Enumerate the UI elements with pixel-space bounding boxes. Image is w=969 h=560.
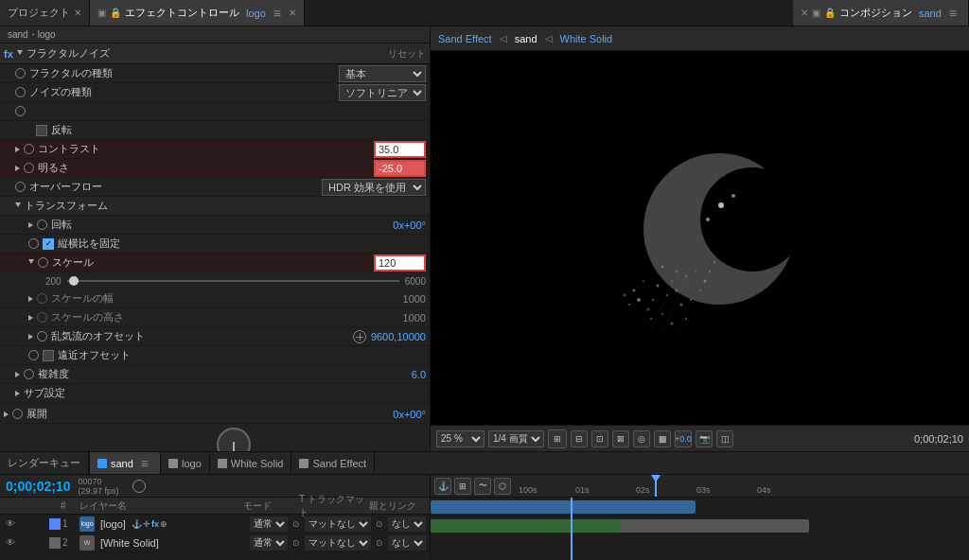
offset-value[interactable]: 9600,10000 (371, 331, 426, 342)
layer2-eye-icon[interactable]: 👁 (4, 536, 17, 550)
contrast-value-input[interactable]: 35.0 (374, 141, 426, 158)
grid-icon[interactable]: ⊞ (548, 429, 567, 448)
lock-aspect-checkbox-wrap[interactable]: ✓ 縦横比を固定 (43, 236, 120, 251)
clock-icon-contrast[interactable] (24, 144, 34, 154)
brightness-triangle[interactable] (15, 166, 20, 171)
invert-checkbox[interactable] (36, 125, 47, 136)
quality-select[interactable]: 1/4 画質 1/2 画質 フル (488, 430, 544, 447)
clock-icon-noise[interactable] (15, 87, 26, 97)
tl-icon-anchor[interactable]: ⚓ (434, 478, 451, 495)
tl-icon-motion[interactable]: 〜 (474, 478, 491, 495)
clock-icon-empty[interactable] (15, 106, 26, 116)
lock-aspect-checkbox[interactable]: ✓ (43, 238, 54, 250)
region-interest-icon[interactable]: ◎ (633, 430, 650, 447)
safe-zones-icon[interactable]: ⊟ (571, 430, 588, 447)
layer1-parent-select[interactable]: なし (388, 516, 426, 532)
fractal-expand-icon[interactable] (17, 50, 23, 58)
brightness-value-input[interactable]: -25.0 (374, 160, 426, 177)
offset-triangle[interactable] (28, 334, 33, 340)
invert-checkbox-wrap[interactable]: 反転 (36, 123, 72, 137)
scale-slider-track[interactable] (67, 280, 399, 282)
clock-icon-scale-h[interactable] (37, 312, 47, 323)
tab-project[interactable]: プロジェクト ✕ (0, 0, 90, 26)
clock-icon-scale-w[interactable] (37, 293, 47, 304)
tab-comp-close-left[interactable]: ✕ (801, 8, 808, 18)
transform-expand-icon[interactable] (15, 202, 21, 210)
resolution-icon[interactable]: ⊠ (612, 430, 629, 447)
clock-icon-overflow[interactable] (15, 182, 26, 192)
complexity-value[interactable]: 6.0 (412, 369, 426, 380)
tab-effect-close[interactable]: ✕ (289, 8, 296, 18)
snapshot-icon[interactable]: 📷 (696, 430, 713, 447)
rotation-triangle[interactable] (28, 222, 33, 228)
clock-icon-scale[interactable] (38, 257, 48, 268)
layer2-parent-select[interactable]: なし (388, 535, 426, 551)
scale-slider-thumb[interactable] (69, 276, 79, 286)
layer1-mode-select[interactable]: 通常 (250, 516, 288, 532)
fractal-type-select[interactable]: 基本 ダイナミック (339, 65, 426, 82)
rotation-value[interactable]: 0x+00° (393, 219, 426, 231)
zoom-select[interactable]: 25 % 50 % 100 % (436, 430, 484, 447)
scale-value-input[interactable]: 120 (374, 254, 426, 271)
scale-expand-icon[interactable] (28, 259, 34, 267)
channels-icon[interactable]: ⊡ (591, 430, 608, 447)
tl-tab-white-solid[interactable]: White Solid (210, 452, 292, 474)
tl-tab-sand-menu[interactable]: ≡ (137, 456, 152, 471)
tl-tab-render-queue[interactable]: レンダーキュー (0, 452, 89, 474)
tab-project-close[interactable]: ✕ (74, 8, 81, 18)
layer2-bar-green[interactable] (431, 519, 620, 533)
scale-width-label: スケールの幅 (51, 291, 114, 306)
tab-effect-menu[interactable]: ≡ (270, 6, 285, 21)
layer2-matte-select[interactable]: マットなし (305, 535, 371, 551)
tab-effect-controls[interactable]: ▣ 🔒 エフェクトコントロール logo ≡ ✕ (90, 0, 305, 26)
layer-row-2: 👁 2 W [White Solid] 通常 ⊙ マットなし ⊙ なし (0, 534, 430, 552)
contrast-triangle[interactable] (15, 147, 20, 152)
perspective-checkbox[interactable] (43, 350, 54, 361)
layer1-eye-icon[interactable]: 👁 (4, 517, 17, 531)
clock-icon-rotation[interactable] (37, 219, 47, 230)
tl-tab-logo[interactable]: logo (161, 452, 210, 474)
sub-settings-triangle[interactable] (15, 391, 20, 396)
show-snapshot-icon[interactable]: ◫ (716, 430, 733, 447)
clock-icon-aspect[interactable] (28, 238, 39, 249)
tl-icon-draft[interactable]: ⬡ (494, 478, 511, 495)
layer2-mode-select[interactable]: 通常 (250, 535, 288, 551)
clock-icon-complexity[interactable] (24, 369, 34, 379)
tl-icon-frame[interactable]: ⊞ (454, 478, 471, 495)
clock-icon-evolution[interactable] (12, 409, 23, 419)
tl-tab-sand-effect[interactable]: Sand Effect (291, 452, 375, 474)
num-col: # (61, 500, 76, 511)
scale-width-triangle[interactable] (28, 296, 33, 302)
tab-comp-menu[interactable]: ≡ (945, 6, 960, 21)
clock-icon-brightness[interactable] (24, 163, 34, 173)
svg-point-15 (632, 289, 635, 291)
scale-slider-row[interactable]: 200 6000 (0, 272, 430, 289)
complexity-triangle[interactable] (15, 372, 20, 377)
offset-label: 乱気流のオフセット (51, 329, 145, 343)
layer1-matte-select[interactable]: マットなし (305, 516, 371, 532)
tab-project-label: プロジェクト (8, 6, 70, 20)
comp-tab-sand-effect[interactable]: Sand Effect (438, 33, 492, 44)
crosshair-icon[interactable] (353, 330, 366, 343)
evolution-dial[interactable] (217, 428, 251, 451)
overflow-select[interactable]: HDR 効果を使用 (322, 179, 426, 196)
reset-exposure-icon[interactable]: +0.0 (675, 430, 692, 447)
perspective-checkbox-wrap[interactable]: 遠近オフセット (43, 348, 131, 362)
tab-composition[interactable]: ✕ ▣ 🔒 コンポジション sand ≡ (793, 0, 969, 26)
timeline-search-icon[interactable] (132, 480, 146, 493)
tl-tab-sand[interactable]: sand ≡ (90, 452, 161, 474)
transparency-icon[interactable]: ▩ (654, 430, 671, 447)
clock-icon-perspective[interactable] (28, 350, 39, 360)
noise-type-select[interactable]: ソフトリニア ブロック (339, 84, 426, 101)
comp-tab-white-solid[interactable]: White Solid (560, 33, 613, 44)
evolution-triangle[interactable] (4, 411, 9, 417)
clock-icon-fractal[interactable] (15, 68, 26, 79)
svg-point-33 (731, 194, 735, 198)
clock-icon-offset[interactable] (37, 331, 47, 341)
param-evolution: 展開 0x+00° (4, 405, 426, 424)
comp-tab-sand[interactable]: sand (515, 33, 537, 44)
evolution-value[interactable]: 0x+00° (393, 409, 426, 420)
scale-height-triangle[interactable] (28, 315, 33, 321)
layer1-bar[interactable] (431, 500, 696, 514)
reset-button[interactable]: リセット (388, 47, 426, 61)
